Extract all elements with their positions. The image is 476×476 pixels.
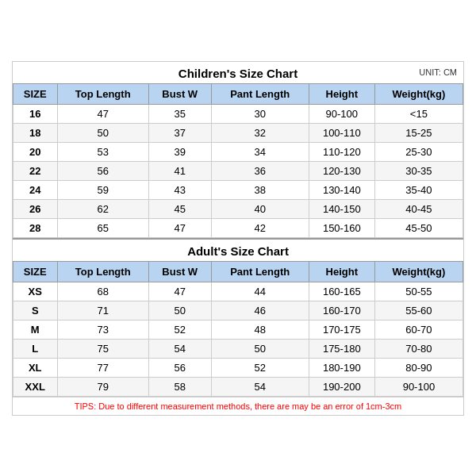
children-table-cell: 40 <box>211 199 309 218</box>
adult-table-row: S715046160-17055-60 <box>13 301 463 320</box>
children-table-row: 22564136120-13030-35 <box>13 161 463 180</box>
size-chart-container: Children's Size Chart UNIT: CM SIZETop L… <box>12 61 464 416</box>
children-table-cell: 26 <box>13 199 58 218</box>
children-table-cell: 37 <box>148 123 211 142</box>
adult-table-cell: 52 <box>148 320 211 339</box>
children-table-cell: 43 <box>148 180 211 199</box>
adult-header-cell: Pant Length <box>211 261 309 282</box>
children-table-cell: 45 <box>148 199 211 218</box>
adult-table-cell: M <box>13 320 58 339</box>
children-table-cell: 41 <box>148 161 211 180</box>
children-table-cell: 32 <box>211 123 309 142</box>
children-section-title: Children's Size Chart UNIT: CM <box>13 62 463 83</box>
adult-table-cell: 160-170 <box>309 301 374 320</box>
adult-title-text: Adult's Size Chart <box>187 244 289 258</box>
adult-table-cell: 44 <box>211 282 309 301</box>
children-table-cell: 35-40 <box>374 180 463 199</box>
adult-table-row: XL775652180-19080-90 <box>13 358 463 377</box>
children-table-cell: 100-110 <box>309 123 374 142</box>
children-table-cell: 110-120 <box>309 142 374 161</box>
children-table-cell: 39 <box>148 142 211 161</box>
children-table-cell: 24 <box>13 180 58 199</box>
children-header-cell: Top Length <box>57 83 148 104</box>
children-table: SIZETop LengthBust WPant LengthHeightWei… <box>13 83 463 238</box>
tips-text: TIPS: Due to different measurement metho… <box>13 397 463 415</box>
adult-header-row: SIZETop LengthBust WPant LengthHeightWei… <box>13 261 463 282</box>
adult-table-cell: S <box>13 301 58 320</box>
adult-table-row: M735248170-17560-70 <box>13 320 463 339</box>
children-table-row: 20533934110-12025-30 <box>13 142 463 161</box>
children-table-cell: 62 <box>57 199 148 218</box>
adult-table-cell: 50 <box>211 339 309 358</box>
children-table-cell: 130-140 <box>309 180 374 199</box>
adult-table-cell: 56 <box>148 358 211 377</box>
adult-table-cell: 46 <box>211 301 309 320</box>
adult-table-cell: 55-60 <box>374 301 463 320</box>
children-table-cell: 38 <box>211 180 309 199</box>
adult-table-cell: 52 <box>211 358 309 377</box>
adult-header-cell: Top Length <box>57 261 148 282</box>
adult-table-row: XS684744160-16550-55 <box>13 282 463 301</box>
adult-table-cell: 160-165 <box>309 282 374 301</box>
children-table-cell: 120-130 <box>309 161 374 180</box>
adult-table-cell: 54 <box>211 377 309 396</box>
children-table-row: 24594338130-14035-40 <box>13 180 463 199</box>
children-table-cell: 56 <box>57 161 148 180</box>
adult-table-cell: 50 <box>148 301 211 320</box>
adult-header-cell: Bust W <box>148 261 211 282</box>
children-table-cell: 30-35 <box>374 161 463 180</box>
adult-table-cell: 60-70 <box>374 320 463 339</box>
children-table-cell: 18 <box>13 123 58 142</box>
adult-header-cell: Weight(kg) <box>374 261 463 282</box>
children-table-cell: 36 <box>211 161 309 180</box>
adult-table-row: XXL795854190-20090-100 <box>13 377 463 396</box>
children-table-cell: 140-150 <box>309 199 374 218</box>
children-table-cell: 16 <box>13 104 58 123</box>
adult-table: SIZETop LengthBust WPant LengthHeightWei… <box>13 261 463 397</box>
adult-table-cell: 180-190 <box>309 358 374 377</box>
children-header-cell: Height <box>309 83 374 104</box>
children-table-cell: 34 <box>211 142 309 161</box>
adult-table-cell: 175-180 <box>309 339 374 358</box>
children-title-text: Children's Size Chart <box>178 67 298 80</box>
children-table-cell: 40-45 <box>374 199 463 218</box>
children-header-cell: Weight(kg) <box>374 83 463 104</box>
adult-table-cell: XXL <box>13 377 58 396</box>
children-table-cell: 59 <box>57 180 148 199</box>
adult-header-cell: Height <box>309 261 374 282</box>
children-table-cell: 47 <box>57 104 148 123</box>
adult-table-cell: 190-200 <box>309 377 374 396</box>
children-table-cell: 47 <box>148 218 211 237</box>
adult-table-cell: 170-175 <box>309 320 374 339</box>
adult-table-cell: 90-100 <box>374 377 463 396</box>
adult-table-cell: 75 <box>57 339 148 358</box>
children-table-cell: 50 <box>57 123 148 142</box>
children-table-cell: 65 <box>57 218 148 237</box>
children-table-row: 28654742150-16045-50 <box>13 218 463 237</box>
adult-table-cell: 58 <box>148 377 211 396</box>
adult-table-cell: 79 <box>57 377 148 396</box>
adult-section-title: Adult's Size Chart <box>13 238 463 261</box>
adult-table-cell: 48 <box>211 320 309 339</box>
children-table-cell: <15 <box>374 104 463 123</box>
children-table-cell: 30 <box>211 104 309 123</box>
children-table-cell: 53 <box>57 142 148 161</box>
adult-header-cell: SIZE <box>13 261 58 282</box>
children-table-row: 1647353090-100<15 <box>13 104 463 123</box>
children-header-cell: SIZE <box>13 83 58 104</box>
unit-label: UNIT: CM <box>419 67 457 77</box>
children-table-row: 18503732100-11015-25 <box>13 123 463 142</box>
children-table-cell: 35 <box>148 104 211 123</box>
children-table-cell: 15-25 <box>374 123 463 142</box>
adult-table-cell: 71 <box>57 301 148 320</box>
children-table-cell: 45-50 <box>374 218 463 237</box>
adult-table-cell: 68 <box>57 282 148 301</box>
adult-table-cell: 50-55 <box>374 282 463 301</box>
children-table-row: 26624540140-15040-45 <box>13 199 463 218</box>
children-table-cell: 20 <box>13 142 58 161</box>
adult-table-cell: L <box>13 339 58 358</box>
adult-table-cell: 70-80 <box>374 339 463 358</box>
adult-table-cell: 54 <box>148 339 211 358</box>
children-header-cell: Bust W <box>148 83 211 104</box>
children-table-cell: 28 <box>13 218 58 237</box>
